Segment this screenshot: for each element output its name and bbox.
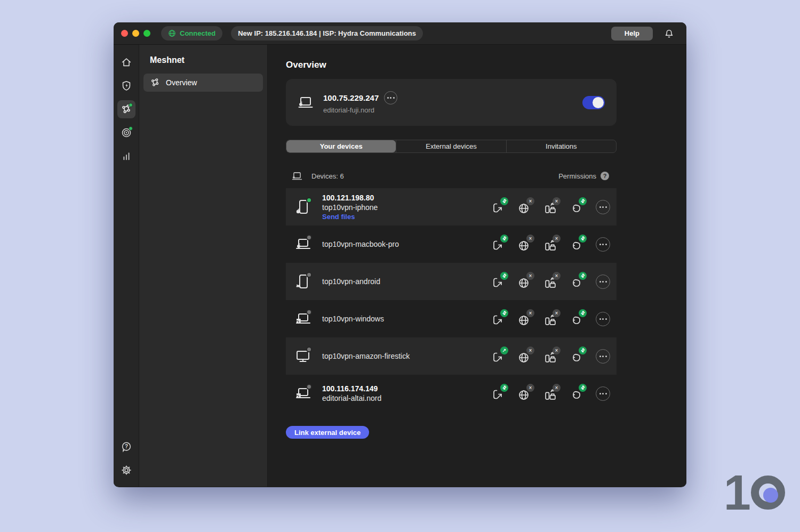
traffic-routing-icon[interactable]: × (517, 200, 532, 214)
file-sharing-allowed-badge: ⇄ (579, 309, 587, 317)
close-window-button[interactable] (121, 30, 128, 37)
toggle-knob (593, 97, 604, 108)
traffic-routing-icon[interactable]: × (517, 275, 532, 289)
status-dot-offline (306, 235, 312, 240)
zoom-window-button[interactable] (143, 30, 150, 37)
shield-bolt-icon (121, 80, 132, 92)
local-network-icon[interactable]: × (543, 349, 558, 364)
remote-access-icon[interactable]: ⇄ (491, 275, 506, 289)
file-sharing-allowed-badge: ⇄ (579, 384, 587, 392)
sidebar-item-threat-protection[interactable] (117, 77, 135, 95)
remote-access-icon[interactable]: ↗ (491, 349, 506, 364)
panel-item-label: Overview (166, 78, 197, 87)
help-button[interactable]: Help (611, 27, 653, 41)
local-network-icon[interactable]: × (543, 200, 558, 214)
device-more-button[interactable] (596, 349, 610, 364)
panel-item-overview[interactable]: Overview (143, 74, 263, 92)
device-name: top10vpn-android (322, 277, 380, 286)
device-more-button[interactable] (596, 237, 610, 252)
remote-access-icon[interactable]: ⇄ (491, 386, 506, 401)
tab-external-devices[interactable]: External devices (396, 140, 506, 152)
sidebar-item-settings[interactable] (117, 461, 135, 479)
file-sharing-allowed-badge: ⇄ (579, 272, 587, 280)
settings-gear-icon (121, 464, 132, 476)
device-more-button[interactable] (596, 275, 610, 289)
traffic-routing-icon[interactable]: × (517, 386, 532, 401)
traffic-routing-blocked-badge: × (526, 272, 534, 280)
sidebar-item-meshnet[interactable] (117, 100, 135, 118)
dedicated-ip-active-dot (129, 126, 133, 131)
sidebar-item-home[interactable] (117, 53, 135, 71)
meshnet-panel: Meshnet Overview (139, 45, 268, 487)
file-sharing-icon[interactable]: ⇄ (570, 349, 584, 364)
local-network-icon[interactable]: × (543, 275, 558, 289)
traffic-routing-blocked-badge: × (526, 346, 534, 354)
permissions-help-icon[interactable]: ? (601, 172, 609, 180)
globe-icon (168, 29, 176, 37)
minimize-window-button[interactable] (132, 30, 139, 37)
device-more-button[interactable] (596, 386, 610, 401)
remote-access-allowed-badge: ⇄ (500, 197, 508, 205)
remote-access-icon[interactable]: ⇄ (491, 237, 506, 252)
titlebar: Connected New IP: 185.216.146.184 | ISP:… (114, 22, 686, 45)
connection-status-label: Connected (180, 29, 215, 37)
remote-access-icon[interactable]: ⇄ (491, 312, 506, 326)
file-sharing-icon[interactable]: ⇄ (570, 312, 584, 326)
meshnet-toggle[interactable] (582, 96, 605, 109)
permissions-label: Permissions (558, 172, 596, 180)
remote-access-icon[interactable]: ⇄ (491, 200, 506, 214)
remote-access-allowed-badge: ⇄ (500, 235, 508, 243)
file-sharing-icon[interactable]: ⇄ (570, 200, 584, 214)
android-device-icon (293, 272, 313, 291)
sidebar-item-support[interactable]: ? (117, 438, 135, 456)
local-network-icon[interactable]: × (543, 312, 558, 326)
meshnet-active-dot (129, 103, 133, 107)
top10-logo-dot (763, 488, 778, 503)
tab-your-devices[interactable]: Your devices (286, 140, 396, 152)
macbook-device-icon (297, 93, 315, 111)
traffic-routing-blocked-badge: × (526, 309, 534, 317)
send-files-link[interactable]: Send files (322, 213, 378, 221)
traffic-routing-icon[interactable]: × (517, 349, 532, 364)
traffic-routing-icon[interactable]: × (517, 237, 532, 252)
permission-icons: ⇄ × × ⇄ (491, 312, 610, 326)
traffic-routing-blocked-badge: × (526, 197, 534, 205)
nordvpn-window: Connected New IP: 185.216.146.184 | ISP:… (114, 22, 686, 487)
device-ip: 100.116.174.149 (322, 384, 381, 393)
file-sharing-allowed-badge: ⇄ (579, 235, 587, 243)
traffic-routing-icon[interactable]: × (517, 312, 532, 326)
notifications-bell-icon[interactable] (665, 29, 674, 38)
remote-access-allowed-badge: ⇄ (500, 384, 508, 392)
device-name: top10vpn-amazon-firestick (322, 352, 410, 360)
status-dot-online (306, 197, 312, 203)
device-more-button[interactable] (596, 200, 610, 214)
local-network-blocked-badge: × (553, 197, 561, 205)
file-sharing-icon[interactable]: ⇄ (570, 237, 584, 252)
local-network-blocked-badge: × (553, 272, 561, 280)
tab-invitations[interactable]: Invitations (507, 140, 616, 152)
icon-sidebar: ? (114, 45, 139, 487)
file-sharing-allowed-badge: ⇄ (579, 197, 587, 205)
device-name: top10vpn-iphone (322, 203, 378, 212)
windows-laptop-device-icon (293, 309, 313, 328)
help-bubble-icon: ? (121, 441, 132, 453)
device-more-button[interactable] (596, 312, 610, 326)
sidebar-item-dedicated-ip[interactable] (117, 124, 135, 142)
permission-icons: ⇄ × × ⇄ (491, 275, 610, 289)
local-network-icon[interactable]: × (543, 237, 558, 252)
svg-text:?: ? (124, 444, 127, 449)
host-more-button[interactable] (384, 91, 397, 104)
file-sharing-icon[interactable]: ⇄ (570, 275, 584, 289)
connection-status-pill[interactable]: Connected (161, 26, 222, 41)
device-row-altai: 100.116.174.149 editorial-altai.nord ⇄ (286, 375, 617, 412)
device-name: editorial-altai.nord (322, 394, 381, 402)
local-network-blocked-badge: × (553, 384, 561, 392)
file-sharing-icon[interactable]: ⇄ (570, 386, 584, 401)
link-external-device-button[interactable]: Link external device (286, 426, 369, 439)
local-network-blocked-badge: × (553, 309, 561, 317)
permission-icons: ↗ × × ⇄ (491, 349, 610, 364)
local-network-icon[interactable]: × (543, 386, 558, 401)
sidebar-item-statistics[interactable] (117, 147, 135, 165)
windows-laptop-device-icon (293, 384, 313, 403)
status-dot-offline (306, 346, 312, 352)
